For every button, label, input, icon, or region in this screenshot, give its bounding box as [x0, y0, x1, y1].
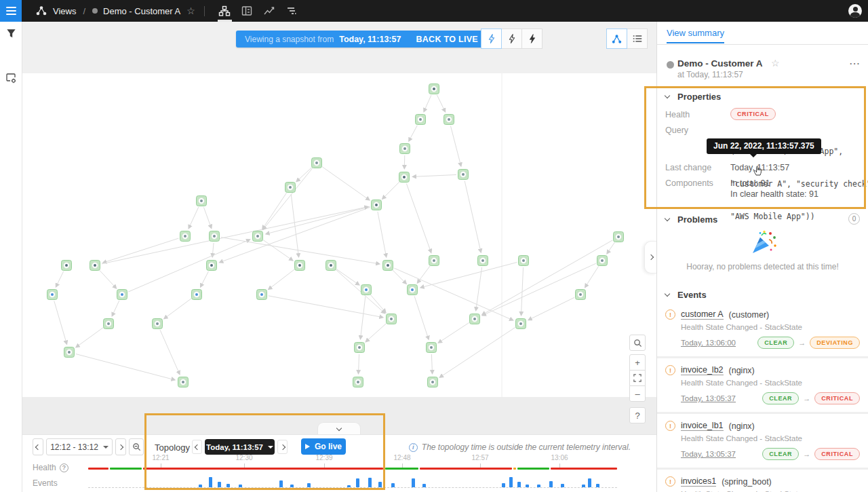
topology-node[interactable] [62, 261, 72, 271]
topology-node[interactable] [416, 115, 426, 125]
view-settings-button[interactable] [0, 67, 22, 90]
topology-node[interactable] [372, 200, 382, 210]
topology-node[interactable] [90, 261, 100, 271]
breadcrumb-views[interactable]: Views [53, 6, 76, 16]
user-avatar[interactable] [848, 4, 862, 18]
health-segment[interactable] [517, 468, 549, 470]
event-bar[interactable] [218, 482, 221, 487]
event-bar[interactable] [356, 478, 359, 487]
snapshot-time[interactable]: Today, 11:13:57 [339, 35, 401, 44]
topology-node[interactable] [104, 319, 114, 329]
event-bar[interactable] [199, 485, 202, 487]
event-bar[interactable] [537, 485, 540, 487]
tab-topology[interactable] [214, 0, 236, 22]
event-bar[interactable] [588, 478, 591, 487]
topology-node[interactable] [458, 170, 469, 180]
topology-node[interactable] [197, 196, 207, 206]
topology-node[interactable] [180, 231, 191, 242]
topology-node[interactable] [614, 232, 624, 242]
problems-filter-button-3[interactable] [521, 29, 542, 49]
event-bar[interactable] [307, 483, 311, 487]
health-segment[interactable] [143, 468, 383, 470]
event-bar[interactable] [279, 480, 283, 487]
event-bar[interactable] [347, 485, 351, 487]
topology-node[interactable] [353, 377, 363, 387]
topology-node[interactable] [429, 84, 439, 94]
event-bar[interactable] [378, 482, 382, 487]
canvas-search-button[interactable] [629, 335, 646, 351]
topology-node[interactable] [470, 314, 480, 324]
zoom-out-button[interactable]: – [629, 385, 646, 402]
health-segment[interactable] [551, 468, 617, 470]
topology-node[interactable] [192, 290, 202, 300]
favorite-star-icon[interactable]: ☆ [186, 5, 195, 16]
health-segment[interactable] [513, 468, 516, 470]
fit-to-screen-button[interactable] [629, 370, 646, 386]
health-segment[interactable] [420, 468, 512, 470]
topology-node[interactable] [361, 285, 372, 295]
event-bar[interactable] [582, 485, 585, 487]
tab-metrics[interactable] [258, 0, 281, 22]
collapse-timeline-tab[interactable] [317, 422, 361, 435]
event-bar[interactable] [412, 478, 415, 487]
topology-node[interactable] [428, 377, 438, 387]
topology-node[interactable] [253, 231, 263, 242]
topology-node[interactable] [400, 144, 410, 154]
event-bar[interactable] [422, 484, 426, 487]
event-time-link[interactable]: Today, 13:05:37 [681, 450, 736, 458]
topology-node[interactable] [387, 314, 397, 324]
topology-node[interactable] [519, 256, 529, 266]
topology-node[interactable] [429, 256, 439, 266]
event-component-link[interactable]: invoice_lb2 [681, 365, 724, 375]
zoom-in-button[interactable]: + [629, 354, 646, 371]
breadcrumb-current-view[interactable]: Demo - Customer A [103, 6, 180, 16]
topology-node[interactable] [178, 377, 189, 387]
topology-node[interactable] [210, 231, 220, 242]
health-segment[interactable] [385, 468, 418, 470]
tab-traces[interactable] [281, 0, 303, 22]
topology-node[interactable] [399, 172, 410, 183]
properties-section-header[interactable]: Properties [665, 92, 721, 102]
event-bar[interactable] [549, 481, 553, 487]
back-to-live-button[interactable]: BACK TO LIVE [416, 35, 478, 44]
topology-node[interactable] [312, 158, 322, 168]
problems-filter-button-2[interactable] [501, 29, 522, 49]
health-segment[interactable] [110, 468, 142, 470]
event-bar[interactable] [226, 484, 230, 487]
last-change-value[interactable]: Today, 11:13:57 [730, 163, 789, 172]
topology-node[interactable] [207, 261, 217, 271]
event-bar[interactable] [209, 477, 212, 487]
hamburger-menu-button[interactable] [0, 0, 22, 22]
event-component-link[interactable]: invoices1 [681, 476, 716, 487]
tab-view-summary[interactable]: View summary [667, 28, 724, 38]
filter-button[interactable] [0, 22, 22, 45]
event-bar[interactable] [596, 484, 599, 487]
event-card[interactable]: !invoice_lb1(nginx)Health State Changed … [657, 414, 868, 468]
event-time-link[interactable]: Today, 13:06:00 [681, 339, 736, 347]
event-card[interactable]: !invoice_lb2(nginx)Health State Changed … [657, 358, 868, 412]
event-component-link[interactable]: invoice_lb1 [681, 421, 724, 431]
event-time-link[interactable]: Today, 13:05:37 [681, 394, 736, 402]
events-section-header[interactable]: Events [665, 290, 707, 300]
topology-node[interactable] [257, 290, 267, 300]
problems-section-header[interactable]: Problems [665, 214, 717, 225]
topology-node[interactable] [326, 261, 336, 271]
topology-node[interactable] [117, 290, 127, 300]
event-card[interactable]: !customer A(customer)Health State Change… [657, 303, 868, 356]
topology-node[interactable] [383, 261, 393, 271]
topology-node[interactable] [597, 256, 608, 266]
event-bar[interactable] [509, 477, 513, 487]
topology-view-button[interactable] [606, 29, 627, 49]
topology-node[interactable] [355, 343, 365, 353]
event-bar[interactable] [502, 483, 505, 487]
help-button[interactable]: ? [629, 407, 646, 423]
event-bar[interactable] [561, 484, 564, 487]
topology-node[interactable] [478, 256, 488, 266]
topology-node[interactable] [408, 285, 418, 295]
favorite-star-icon[interactable]: ☆ [771, 58, 780, 69]
event-bar[interactable] [290, 485, 294, 487]
topology-node[interactable] [516, 319, 526, 329]
event-bar[interactable] [368, 478, 372, 487]
list-view-button[interactable] [627, 29, 648, 49]
problems-filter-button-1[interactable] [481, 29, 502, 49]
